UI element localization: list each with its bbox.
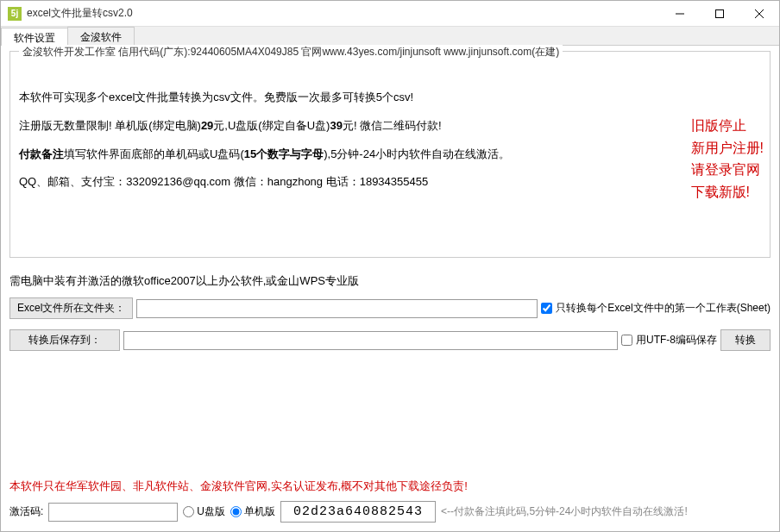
first-sheet-checkbox[interactable] (541, 303, 552, 314)
source-folder-input[interactable] (136, 299, 538, 318)
pc-radio[interactable] (230, 506, 242, 517)
utf8-checkbox[interactable] (621, 335, 632, 346)
minimize-button[interactable] (660, 1, 700, 27)
utf8-label: 用UTF-8编码保存 (636, 333, 717, 347)
tab-jinjun[interactable]: 金浚软件 (67, 27, 135, 45)
target-folder-input[interactable] (123, 331, 618, 350)
info-line-3: 付款备注填写软件界面底部的单机码或U盘码(15个数字与字母),5分钟-24小时内… (19, 146, 761, 164)
tab-bar: 软件设置 金浚软件 (1, 27, 779, 46)
warning-text: 本软件只在华军软件园、非凡软件站、金浚软件官网,实名认证发布,概不对其他下载途径… (9, 479, 771, 494)
side-notice: 旧版停止 新用户注册! 请登录官网 下载新版! (691, 115, 764, 203)
pc-radio-wrap[interactable]: 单机版 (230, 504, 275, 519)
info-legend: 金浚软件开发工作室 信用代码(广东):92440605MA4X049J85 官网… (19, 45, 563, 59)
machine-code: 02d23a640882543 (280, 501, 436, 523)
tab-settings[interactable]: 软件设置 (1, 28, 68, 46)
app-icon: 5j (8, 7, 22, 21)
info-line-1: 本软件可实现多个excel文件批量转换为csv文件。免费版一次最多可转换5个cs… (19, 89, 761, 107)
first-sheet-checkbox-wrap[interactable]: 只转换每个Excel文件中的第一个工作表(Sheet) (541, 301, 771, 316)
svg-rect-1 (716, 9, 724, 17)
usb-radio-wrap[interactable]: U盘版 (183, 504, 225, 519)
usb-radio[interactable] (183, 506, 194, 517)
utf8-checkbox-wrap[interactable]: 用UTF-8编码保存 (621, 333, 717, 347)
content-area: 金浚软件开发工作室 信用代码(广东):92440605MA4X049J85 官网… (1, 46, 779, 531)
window-title: excel文件批量转csv2.0 (27, 6, 660, 21)
target-folder-row: 转换后保存到： 用UTF-8编码保存 转换 (9, 329, 771, 351)
info-groupbox: 金浚软件开发工作室 信用代码(广东):92440605MA4X049J85 官网… (9, 51, 771, 258)
info-line-4: QQ、邮箱、支付宝：332092136@qq.com 微信：hangzhong … (19, 173, 761, 191)
titlebar: 5j excel文件批量转csv2.0 (1, 1, 779, 27)
source-folder-button[interactable]: Excel文件所在文件夹： (9, 297, 133, 319)
activation-label: 激活码: (9, 504, 43, 519)
close-button[interactable] (739, 1, 779, 27)
maximize-button[interactable] (700, 1, 739, 27)
convert-button[interactable]: 转换 (720, 329, 771, 351)
activation-row: 激活码: U盘版 单机版 02d23a640882543 <--付款备注填此码,… (9, 501, 771, 526)
app-window: 5j excel文件批量转csv2.0 软件设置 金浚软件 金浚软件开发工作室 … (0, 0, 780, 532)
activation-hint: <--付款备注填此码,5分钟-24小时内软件自动在线激活! (441, 504, 688, 519)
info-line-2: 注册版无数量限制! 单机版(绑定电脑)29元,U盘版(绑定自备U盘)39元! 微… (19, 117, 761, 135)
source-folder-row: Excel文件所在文件夹： 只转换每个Excel文件中的第一个工作表(Sheet… (9, 297, 771, 319)
target-folder-button[interactable]: 转换后保存到： (9, 329, 120, 351)
usb-radio-label: U盘版 (197, 504, 225, 519)
requirement-text: 需电脑中装有并激活的微软office2007以上办公软件,或金山WPS专业版 (9, 273, 771, 289)
pc-radio-label: 单机版 (244, 504, 275, 519)
activation-input[interactable] (48, 503, 178, 522)
first-sheet-label: 只转换每个Excel文件中的第一个工作表(Sheet) (556, 301, 771, 316)
